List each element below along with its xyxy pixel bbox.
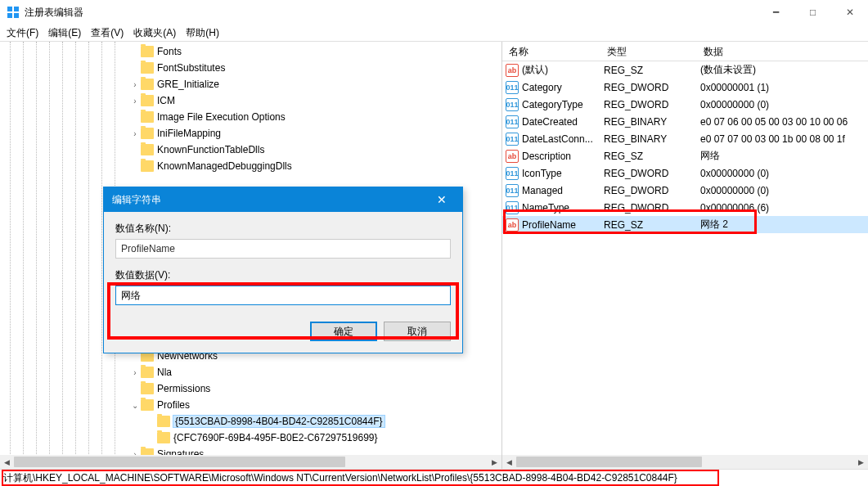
dialog-titlebar[interactable]: 编辑字符串 ✕ <box>104 187 462 212</box>
list-pane[interactable]: 名称 类型 数据 ab(默认)REG_SZ(数值未设置)011CategoryR… <box>502 42 868 469</box>
cancel-button[interactable]: 取消 <box>384 322 451 341</box>
tree-label: Fonts <box>157 46 182 57</box>
window-title: 注册表编辑器 <box>25 6 758 20</box>
folder-icon <box>141 367 154 378</box>
value-data: 网络 2 <box>700 218 868 232</box>
tree-label: Permissions <box>157 383 210 394</box>
tree-label: FontSubstitutes <box>157 62 225 74</box>
folder-icon <box>141 399 154 411</box>
ok-button[interactable]: 确定 <box>310 322 377 341</box>
list-row[interactable]: 011DateCreatedREG_BINARYe0 07 06 00 05 0… <box>502 113 868 130</box>
value-data: 0x00000000 (0) <box>700 185 868 196</box>
tree-item[interactable]: Image File Execution Options <box>0 109 501 125</box>
col-type[interactable]: 类型 <box>600 42 697 61</box>
twisty-closed-icon[interactable]: › <box>129 129 141 138</box>
scroll-right-icon[interactable]: ▶ <box>488 455 501 469</box>
col-name[interactable]: 名称 <box>502 42 600 61</box>
tree-item[interactable]: KnownManagedDebuggingDlls <box>0 158 501 174</box>
scroll-left-icon[interactable]: ◀ <box>0 455 14 469</box>
dialog-close-button[interactable]: ✕ <box>430 193 454 206</box>
tree-item[interactable]: ›IniFileMapping <box>0 125 501 142</box>
svg-rect-3 <box>14 13 19 18</box>
twisty-closed-icon[interactable]: › <box>129 80 141 89</box>
folder-icon <box>141 160 154 172</box>
value-data-input[interactable] <box>115 286 451 305</box>
tree-label: IniFileMapping <box>157 128 221 139</box>
list-row[interactable]: 011ManagedREG_DWORD0x00000000 (0) <box>502 182 868 199</box>
value-name: DateCreated <box>522 116 604 128</box>
value-type: REG_DWORD <box>604 99 700 110</box>
list-row[interactable]: 011IconTypeREG_DWORD0x00000000 (0) <box>502 164 868 182</box>
value-data: 0x00000000 (0) <box>700 99 868 110</box>
svg-rect-1 <box>14 7 19 11</box>
tree-item[interactable]: {5513CBAD-8998-4B04-BD42-C92851C0844F} <box>0 413 501 430</box>
folder-icon <box>141 383 154 394</box>
folder-icon <box>141 62 154 74</box>
value-data: e0 07 07 00 03 00 1b 00 08 00 1f <box>700 133 868 145</box>
tree-item[interactable]: Fonts <box>0 43 501 60</box>
close-button[interactable]: ✕ <box>831 0 868 25</box>
folder-icon <box>141 111 154 123</box>
tree-item[interactable]: ›Nla <box>0 364 501 380</box>
svg-rect-0 <box>7 7 12 11</box>
list-row[interactable]: 011CategoryTypeREG_DWORD0x00000000 (0) <box>502 96 868 113</box>
tree-label: GRE_Initialize <box>157 79 219 90</box>
tree-label: KnownFunctionTableDlls <box>157 144 264 155</box>
maximize-button[interactable]: □ <box>794 0 831 25</box>
value-type: REG_DWORD <box>604 82 700 93</box>
menu-help[interactable]: 帮助(H) <box>186 26 219 40</box>
tree-hscrollbar[interactable]: ◀ ▶ <box>0 455 501 469</box>
titlebar: 注册表编辑器 ━ □ ✕ <box>0 0 868 25</box>
value-name-input <box>115 239 451 259</box>
twisty-open-icon[interactable]: ⌄ <box>129 401 141 410</box>
value-data: 0x00000000 (0) <box>700 168 868 179</box>
tree-label: ICM <box>157 95 175 106</box>
twisty-closed-icon[interactable]: › <box>129 368 141 377</box>
value-type: REG_SZ <box>604 219 700 231</box>
col-data[interactable]: 数据 <box>697 42 868 61</box>
list-row[interactable]: abDescriptionREG_SZ网络 <box>502 147 868 164</box>
folder-icon <box>141 144 154 155</box>
tree-label: Image File Execution Options <box>157 111 286 123</box>
tree-item[interactable]: KnownFunctionTableDlls <box>0 142 501 158</box>
svg-rect-2 <box>7 13 12 18</box>
folder-icon <box>141 128 154 139</box>
twisty-closed-icon[interactable]: › <box>129 97 141 106</box>
value-name: (默认) <box>522 63 604 77</box>
list-row[interactable]: 011DateLastConn...REG_BINARYe0 07 07 00 … <box>502 130 868 147</box>
value-data: 0x00000001 (1) <box>700 82 868 93</box>
binary-value-icon: 011 <box>506 81 519 94</box>
scroll-right-icon[interactable]: ▶ <box>854 455 868 469</box>
string-value-icon: ab <box>506 218 519 232</box>
list-row[interactable]: 011NameTypeREG_DWORD0x00000006 (6) <box>502 199 868 216</box>
tree-item[interactable]: FontSubstitutes <box>0 60 501 76</box>
list-row[interactable]: 011CategoryREG_DWORD0x00000001 (1) <box>502 79 868 96</box>
value-name: NameType <box>522 202 604 214</box>
list-row[interactable]: ab(默认)REG_SZ(数值未设置) <box>502 61 868 79</box>
minimize-button[interactable]: ━ <box>758 0 794 25</box>
value-type: REG_SZ <box>604 151 700 162</box>
list-hscrollbar[interactable]: ◀ ▶ <box>502 455 868 469</box>
tree-item[interactable]: ›GRE_Initialize <box>0 76 501 92</box>
app-icon <box>7 6 20 19</box>
tree-item[interactable]: ›ICM <box>0 92 501 109</box>
value-data: 网络 <box>700 149 868 163</box>
list-row[interactable]: abProfileNameREG_SZ网络 2 <box>502 216 868 233</box>
value-data: 0x00000006 (6) <box>700 202 868 214</box>
scroll-left-icon[interactable]: ◀ <box>502 455 516 469</box>
value-data: (数值未设置) <box>700 63 868 77</box>
menu-edit[interactable]: 编辑(E) <box>48 26 81 40</box>
menu-file[interactable]: 文件(F) <box>7 26 38 40</box>
tree-label: Nla <box>157 367 172 378</box>
tree-item[interactable]: {CFC7690F-69B4-495F-B0E2-C67297519699} <box>0 430 501 446</box>
tree-item[interactable]: Permissions <box>0 380 501 397</box>
value-data-label: 数值数据(V): <box>115 268 451 282</box>
menu-favorites[interactable]: 收藏夹(A) <box>133 26 176 40</box>
value-type: REG_SZ <box>604 65 700 76</box>
statusbar: 计算机\HKEY_LOCAL_MACHINE\SOFTWARE\Microsof… <box>0 469 868 486</box>
menu-view[interactable]: 查看(V) <box>91 26 124 40</box>
binary-value-icon: 011 <box>506 115 519 128</box>
value-name: IconType <box>522 168 604 179</box>
binary-value-icon: 011 <box>506 201 519 214</box>
tree-item[interactable]: ⌄Profiles <box>0 397 501 413</box>
